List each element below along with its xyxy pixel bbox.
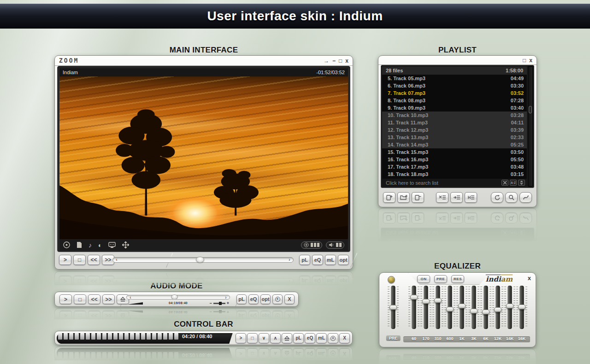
minimize-icon[interactable]: − [332, 58, 336, 64]
equalizer-toggle-button[interactable]: eQ [305, 348, 315, 358]
volume-control[interactable] [326, 241, 344, 249]
balance-track[interactable] [213, 303, 225, 304]
audio-seek-thumb[interactable] [171, 316, 178, 319]
eject-button[interactable] [282, 333, 292, 343]
seek-ahead-arrow[interactable]: › [223, 315, 229, 319]
eq-slider-thumb[interactable] [422, 299, 430, 304]
add-file-button[interactable] [383, 192, 395, 203]
playlist-track-row[interactable]: 16. Track 16.mp3 05:50 [382, 156, 527, 163]
close-button[interactable]: X [339, 333, 350, 343]
search-button[interactable] [505, 213, 518, 223]
seek-control[interactable] [301, 241, 322, 249]
main-titlebar[interactable]: ZOOM → − □ x [55, 56, 353, 66]
playlist-track-row[interactable]: 10. Track 10.mp3 03:28 [382, 112, 527, 119]
playlist-scrollbar[interactable] [528, 66, 533, 187]
eq-slider-thumb[interactable] [518, 305, 525, 310]
eq-slider-thumb[interactable] [506, 304, 513, 309]
search-button[interactable] [505, 192, 518, 203]
playlist-search-bar[interactable]: Click here to search list A·Z [382, 229, 527, 237]
forward-button[interactable]: >> [102, 311, 115, 319]
options-button[interactable]: opt [260, 294, 271, 304]
equalizer-toggle-button[interactable]: eQ [305, 333, 315, 343]
playlist-track-row[interactable]: 15. Track 15.mp3 03:50 [382, 148, 527, 156]
balance-minus[interactable]: − [209, 301, 212, 305]
rewind-button[interactable]: << [88, 255, 100, 265]
playlist-toggle-button[interactable]: pL [299, 276, 310, 285]
playlist-track-row[interactable]: 14. Track 14.mp3 05:25 [382, 141, 527, 148]
eq-slider-thumb[interactable] [494, 307, 502, 312]
scrollbar-thumb[interactable] [529, 106, 532, 113]
seek-back-arrow[interactable]: ‹ [128, 295, 133, 300]
eq-slider-track[interactable] [472, 286, 476, 329]
balance-control[interactable]: − + [209, 301, 229, 305]
media-library-button[interactable]: mL [325, 255, 336, 265]
playlist-track-row[interactable]: 13. Track 13.mp3 02:33 [382, 134, 527, 141]
screen-icon[interactable] [108, 242, 116, 248]
clear-search-icon[interactable] [502, 180, 508, 186]
repeat-button[interactable] [491, 213, 503, 223]
previous-track-button[interactable]: ∧ [270, 348, 281, 358]
play-button[interactable]: > [59, 255, 71, 265]
add-file-button[interactable] [383, 213, 395, 223]
detach-window-icon[interactable]: → [324, 58, 329, 64]
clear-list-button[interactable] [436, 192, 448, 203]
playlist-toggle-button[interactable]: pL [236, 311, 247, 319]
maximize-icon[interactable]: □ [523, 58, 526, 63]
eq-slider-thumb[interactable] [458, 304, 466, 309]
stop-button[interactable]: □ [73, 255, 86, 265]
volume-wedge-icon[interactable] [127, 311, 143, 313]
eq-slider-thumb[interactable] [482, 310, 490, 315]
playlist-toggle-button[interactable]: pL [293, 333, 304, 343]
equalizer-toggle-button[interactable]: eQ [312, 276, 323, 285]
eq-slider-thumb[interactable] [410, 295, 418, 300]
stop-button[interactable]: □ [247, 348, 258, 358]
plus-button[interactable]: + [328, 348, 338, 358]
jump-to-track-button[interactable] [450, 192, 463, 203]
seek-back-arrow[interactable]: ‹ [128, 315, 133, 319]
options-button[interactable]: opt [338, 276, 349, 285]
balance-minus[interactable]: − [209, 310, 212, 314]
balance-track[interactable] [213, 311, 225, 313]
playlist-track-row[interactable]: 7. Track 07.mp3 03:52 [382, 89, 527, 97]
equalizer-toggle-button[interactable]: eQ [248, 294, 259, 304]
plus-button[interactable]: + [272, 294, 283, 304]
balance-thumb[interactable] [219, 302, 222, 305]
rewind-button[interactable]: << [88, 311, 100, 319]
playlist-search-bar[interactable]: Click here to search list A·Z [382, 179, 527, 187]
playlist-toggle-button[interactable]: pL [236, 294, 247, 304]
previous-track-button[interactable]: ∧ [270, 333, 281, 343]
eq-slider-thumb[interactable] [470, 308, 478, 313]
audio-seek-bar[interactable]: ‹ › [126, 295, 230, 299]
close-icon[interactable]: x [529, 58, 532, 63]
playlist-track-row[interactable]: 18. Track 18.mp3 03:15 [382, 170, 527, 178]
eq-slider-track[interactable] [484, 286, 488, 329]
seek-bar[interactable]: ‹ › [112, 257, 294, 263]
add-folder-button[interactable] [397, 213, 410, 223]
options-button[interactable]: opt [260, 311, 271, 319]
clear-search-icon[interactable] [502, 230, 508, 236]
clear-list-button[interactable] [436, 213, 448, 223]
jump-to-track-button[interactable] [450, 213, 463, 223]
plus-button[interactable]: + [272, 311, 283, 319]
scroll-updown-button[interactable] [518, 180, 525, 186]
eq-slider-track[interactable] [436, 286, 440, 329]
move-icon[interactable] [122, 241, 129, 248]
balance-control[interactable]: − + [209, 310, 229, 314]
equalizer-toggle-button[interactable]: eQ [248, 311, 259, 319]
video-display[interactable] [59, 76, 348, 239]
eq-slider-thumb[interactable] [446, 306, 454, 311]
play-button[interactable]: > [236, 348, 246, 358]
forward-button[interactable]: >> [102, 294, 115, 304]
next-track-button[interactable]: ∨ [259, 333, 269, 343]
media-library-button[interactable]: mL [316, 348, 327, 358]
next-track-button[interactable]: ∨ [259, 348, 269, 358]
seek-thumb[interactable] [196, 257, 204, 263]
list-format-button[interactable] [465, 192, 477, 203]
progress-display[interactable] [57, 348, 237, 358]
media-library-button[interactable]: mL [325, 276, 336, 285]
media-library-button[interactable]: mL [316, 333, 327, 343]
maximize-icon[interactable]: □ [339, 58, 342, 64]
close-button[interactable]: X [284, 311, 295, 319]
options-button[interactable]: opt [338, 255, 349, 265]
equalizer-toggle-button[interactable]: eQ [312, 255, 323, 265]
